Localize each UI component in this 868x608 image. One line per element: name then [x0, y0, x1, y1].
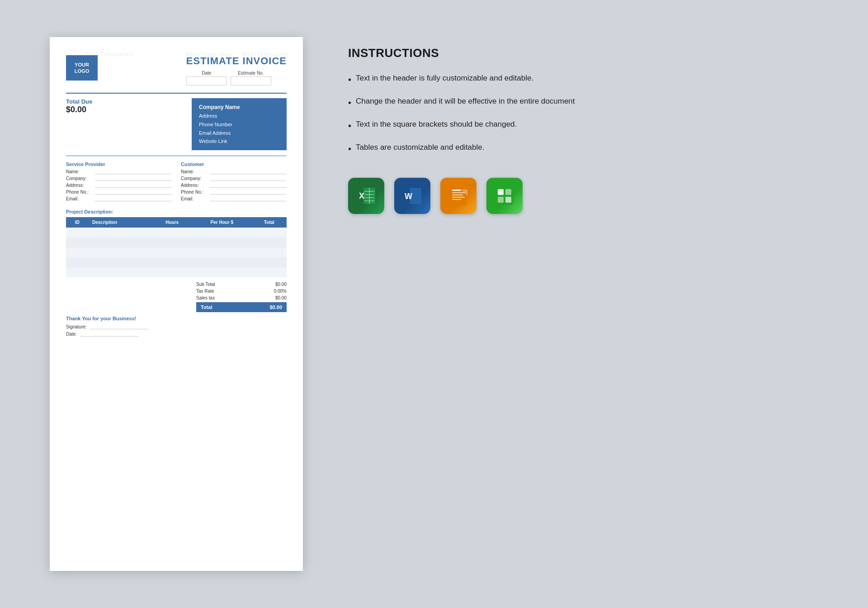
cu-name-label: Name:: [181, 169, 208, 174]
invoice-panel: BestTemplates BestTemplates BestTemplate…: [50, 37, 303, 571]
invoice-table: ID Description Hours Per Hour $ Total: [66, 217, 287, 277]
total-value: $0.00: [269, 304, 282, 310]
table-row: [66, 228, 287, 238]
sp-phone-field: Phone No.:: [66, 189, 172, 195]
customer-col: Customer Name: Company: Address: Phone N…: [181, 162, 287, 203]
table-cell: [192, 247, 252, 257]
table-cell: [89, 257, 152, 267]
estimate-no-input[interactable]: [231, 76, 271, 86]
cu-address-label: Address:: [181, 183, 208, 188]
subtotal-value: $0.00: [275, 282, 287, 287]
table-cell: [152, 257, 192, 267]
table-cell: [89, 228, 152, 238]
tax-rate-row: Tax Rate 0.00%: [196, 288, 287, 294]
instruction-item: •Text in the header is fully customizabl…: [348, 73, 809, 86]
logo-line1: YOUR: [75, 62, 89, 68]
instruction-text: Text in the header is fully customizable…: [356, 73, 533, 84]
bullet-icon: •: [348, 96, 351, 109]
word-icon: W: [394, 178, 430, 214]
main-layout: BestTemplates BestTemplates BestTemplate…: [50, 37, 818, 571]
svg-rect-16: [452, 199, 461, 200]
instruction-text: Change the header and it will be effecti…: [356, 96, 575, 107]
estimate-no-label: Estimate No.: [238, 71, 264, 76]
sp-phone-label: Phone No.:: [66, 190, 93, 195]
table-cell: [66, 247, 89, 257]
cu-company-field: Company:: [181, 176, 287, 181]
table-cell: [252, 247, 287, 257]
svg-rect-13: [452, 192, 465, 193]
svg-text:W: W: [405, 192, 412, 201]
instruction-item: •Tables are customizable and editable.: [348, 142, 809, 155]
thank-you-block: Thank You for your Business! Signature: …: [66, 316, 148, 338]
cu-phone-field: Phone No.:: [181, 189, 287, 195]
company-website: Website Link: [199, 137, 279, 146]
cu-address-line: [210, 182, 287, 188]
col-per-hour: Per Hour $: [192, 217, 252, 228]
date-input[interactable]: [186, 76, 227, 86]
sp-email-label: Email:: [66, 196, 93, 201]
company-address: Address: [199, 112, 279, 120]
sp-email-field: Email:: [66, 196, 172, 201]
instruction-item: •Text in the square brackets should be c…: [348, 119, 809, 132]
pages-icon: [440, 178, 476, 214]
table-cell: [152, 228, 192, 238]
table-cell: [192, 257, 252, 267]
svg-rect-20: [498, 197, 504, 203]
cu-email-field: Email:: [181, 196, 287, 201]
instructions-title: INSTRUCTIONS: [348, 46, 809, 60]
table-body: [66, 228, 287, 277]
bullet-icon: •: [348, 142, 351, 155]
date-bottom-line: [80, 331, 138, 337]
summary-table: Sub Total $0.00 Tax Rate 0.00% Sales tax…: [196, 281, 287, 312]
table-cell: [192, 238, 252, 247]
total-due-amount: $0.00: [66, 105, 92, 114]
cu-phone-label: Phone No.:: [181, 190, 208, 195]
sales-tax-value: $0.00: [275, 295, 287, 300]
table-cell: [252, 267, 287, 277]
table-cell: [192, 267, 252, 277]
col-total: Total: [252, 217, 287, 228]
section-divider-1: [66, 156, 287, 156]
date-field-group: Date: [186, 71, 227, 86]
excel-icon: X: [348, 178, 384, 214]
total-due-label: Total Due: [66, 98, 92, 105]
cu-name-field: Name:: [181, 169, 287, 174]
table-cell: [66, 267, 89, 277]
date-label: Date: [202, 71, 211, 76]
table-cell: [252, 228, 287, 238]
instruction-text: Text in the square brackets should be ch…: [356, 119, 517, 130]
table-cell: [66, 238, 89, 247]
table-cell: [89, 267, 152, 277]
table-cell: [192, 228, 252, 238]
sp-address-field: Address:: [66, 182, 172, 188]
cu-name-line: [210, 169, 287, 174]
company-name: Company Name: [199, 103, 279, 112]
sp-name-line: [95, 169, 172, 174]
logo-box: YOUR LOGO: [66, 55, 98, 81]
table-row: [66, 267, 287, 277]
table-cell: [66, 257, 89, 267]
cu-address-field: Address:: [181, 182, 287, 188]
logo-line2: LOGO: [75, 68, 89, 74]
table-cell: [152, 247, 192, 257]
bullet-icon: •: [348, 119, 351, 132]
summary-section: Sub Total $0.00 Tax Rate 0.00% Sales tax…: [66, 281, 287, 312]
instructions-panel: INSTRUCTIONS •Text in the header is full…: [330, 37, 818, 223]
service-provider-label: Service Provider: [66, 162, 172, 167]
bullet-icon: •: [348, 73, 351, 86]
tax-rate-label: Tax Rate: [196, 289, 214, 294]
total-row: Total $0.00: [196, 302, 287, 312]
signature-line: [90, 324, 148, 329]
table-cell: [66, 228, 89, 238]
sp-company-label: Company:: [66, 176, 93, 181]
company-phone: Phone Number: [199, 120, 279, 129]
sales-tax-label: Sales tax: [196, 295, 215, 300]
table-cell: [252, 238, 287, 247]
col-hours: Hours: [152, 217, 192, 228]
instruction-item: •Change the header and it will be effect…: [348, 96, 809, 109]
customer-label: Customer: [181, 162, 287, 167]
svg-rect-19: [505, 189, 511, 195]
table-cell: [152, 267, 192, 277]
cu-company-line: [210, 176, 287, 181]
company-email: Email Address: [199, 129, 279, 138]
